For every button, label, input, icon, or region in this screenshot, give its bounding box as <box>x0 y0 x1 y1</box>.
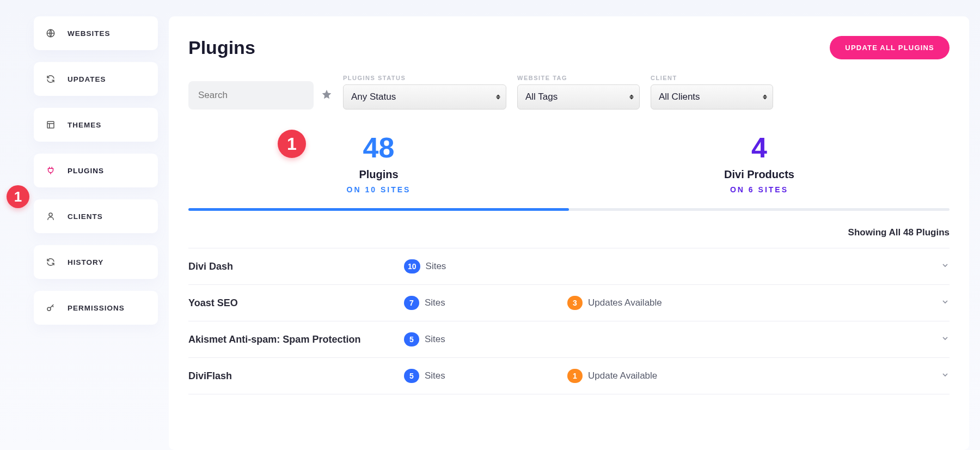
nav-label: WEBSITES <box>68 29 111 38</box>
plugin-list: Divi Dash 10 Sites Yoast SEO 7 Sites 3 U… <box>188 248 950 394</box>
sidebar-item-websites[interactable]: WEBSITES <box>34 16 158 50</box>
refresh-icon <box>46 74 56 84</box>
select-value: All Tags <box>525 92 558 102</box>
updates-count-pill: 1 <box>567 369 583 383</box>
svg-point-2 <box>49 213 52 216</box>
main-panel: 1 Plugins UPDATE ALL PLUGINS PLUGINS STA… <box>169 16 969 450</box>
client-select[interactable]: All Clients <box>651 84 773 110</box>
updates-label: Update Available <box>588 370 657 381</box>
plugin-name: Divi Dash <box>188 261 404 272</box>
globe-icon <box>46 28 56 38</box>
sites-count-pill: 10 <box>404 259 420 273</box>
filter-label-tag: WEBSITE TAG <box>517 75 640 81</box>
updates-label: Updates Available <box>588 297 662 308</box>
nav-label: PLUGINS <box>68 167 104 175</box>
svg-point-3 <box>47 307 51 311</box>
tag-select[interactable]: All Tags <box>517 84 640 110</box>
sites-count-pill: 5 <box>404 332 419 346</box>
plugins-label: Plugins <box>359 168 398 181</box>
favorite-toggle[interactable] <box>321 89 332 102</box>
nav-label: PERMISSIONS <box>68 304 125 312</box>
nav-label: CLIENTS <box>68 212 103 221</box>
chevron-down-icon <box>941 370 950 381</box>
tab-plugins[interactable]: 48 Plugins ON 10 SITES <box>188 131 569 208</box>
sidebar-item-history[interactable]: HISTORY <box>34 245 158 279</box>
search-input[interactable] <box>188 81 314 110</box>
user-icon <box>46 211 56 221</box>
tab-indicator <box>188 208 950 211</box>
tab-divi-products[interactable]: 4 Divi Products ON 6 SITES <box>569 131 950 208</box>
sidebar-item-updates[interactable]: UPDATES <box>34 62 158 96</box>
sites-count-pill: 5 <box>404 369 419 383</box>
sidebar: 1 WEBSITES UPDATES THEMES PLUGINS CLIENT… <box>0 16 169 450</box>
plugin-row[interactable]: Divi Dash 10 Sites <box>188 248 950 285</box>
filter-label-status: PLUGINS STATUS <box>343 75 506 81</box>
history-icon <box>46 257 56 267</box>
plugin-row[interactable]: DiviFlash 5 Sites 1 Update Available <box>188 358 950 394</box>
select-value: Any Status <box>351 92 396 102</box>
sites-label: Sites <box>425 297 445 308</box>
select-value: All Clients <box>659 92 700 102</box>
star-icon <box>321 89 332 100</box>
layout-icon <box>46 120 56 130</box>
annotation-marker-1: 1 <box>7 185 29 208</box>
divi-subtext: ON 6 SITES <box>730 185 788 194</box>
plugin-name: Yoast SEO <box>188 297 404 309</box>
chevron-down-icon <box>941 297 950 308</box>
divi-label: Divi Products <box>724 168 794 181</box>
sites-count-pill: 7 <box>404 296 419 310</box>
chevron-down-icon <box>941 261 950 272</box>
updates-count-pill: 3 <box>567 296 583 310</box>
plugins-subtext: ON 10 SITES <box>347 185 411 194</box>
sidebar-item-clients[interactable]: CLIENTS <box>34 199 158 233</box>
svg-rect-1 <box>47 121 54 128</box>
plugin-row[interactable]: Akismet Anti-spam: Spam Protection 5 Sit… <box>188 321 950 358</box>
chevron-sort-icon <box>763 95 767 100</box>
plugin-name: DiviFlash <box>188 370 404 382</box>
page-title: Plugins <box>188 37 255 58</box>
plugins-count: 48 <box>363 131 395 164</box>
annotation-marker-2: 1 <box>278 130 306 158</box>
filter-label-client: CLIENT <box>651 75 773 81</box>
chevron-sort-icon <box>496 95 500 100</box>
nav-label: HISTORY <box>68 258 103 266</box>
sidebar-item-themes[interactable]: THEMES <box>34 108 158 142</box>
sidebar-item-plugins[interactable]: PLUGINS <box>34 154 158 187</box>
plugin-name: Akismet Anti-spam: Spam Protection <box>188 334 404 345</box>
nav-label: UPDATES <box>68 75 106 83</box>
sites-label: Sites <box>425 370 445 381</box>
chevron-sort-icon <box>629 95 634 100</box>
sites-label: Sites <box>426 261 446 272</box>
nav-label: THEMES <box>68 121 101 129</box>
sidebar-item-permissions[interactable]: PERMISSIONS <box>34 291 158 325</box>
plugin-row[interactable]: Yoast SEO 7 Sites 3 Updates Available <box>188 285 950 321</box>
chevron-down-icon <box>941 334 950 345</box>
showing-count: Showing All 48 Plugins <box>188 227 950 238</box>
divi-count: 4 <box>751 131 767 164</box>
plug-icon <box>46 166 56 175</box>
sites-label: Sites <box>425 334 445 345</box>
key-icon <box>46 303 56 313</box>
status-select[interactable]: Any Status <box>343 84 506 110</box>
update-all-button[interactable]: UPDATE ALL PLUGINS <box>830 36 950 59</box>
